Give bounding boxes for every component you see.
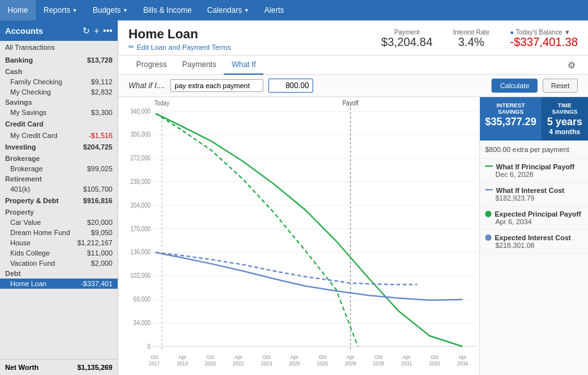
legend-expected-principal: Expected Principal Payoff Apr 6, 2034 (480, 206, 588, 230)
svg-text:2022: 2022 (233, 360, 244, 367)
chart-svg: 340,000 306,000 272,000 238,000 204,000 … (118, 97, 479, 375)
dropdown-arrow-icon: ▼ (564, 29, 570, 36)
budgets-arrow: ▼ (123, 8, 128, 13)
nav-budgets[interactable]: Budgets▼ (85, 0, 135, 20)
reports-arrow: ▼ (72, 8, 77, 13)
time-savings-label: TIME SAVINGS (546, 102, 583, 115)
legend-whatif-principal-title: What If Principal Payoff (496, 163, 575, 171)
payment-value: $3,204.84 (382, 36, 433, 49)
sidebar-item-kids-college[interactable]: Kids College $11,000 (0, 248, 118, 258)
interest-savings-box: INTEREST SAVINGS $35,377.29 (480, 97, 541, 141)
svg-text:340,000: 340,000 (130, 107, 151, 115)
calculate-button[interactable]: Calculate (491, 79, 538, 93)
sidebar-item-brokerage[interactable]: Brokerage $99,025 (0, 164, 118, 174)
calendars-arrow: ▼ (244, 8, 249, 13)
sidebar-item-vacation-fund[interactable]: Vacation Fund $2,000 (0, 258, 118, 268)
whatif-principal-icon (485, 165, 493, 171)
svg-text:2028: 2028 (345, 360, 357, 367)
tab-whatif[interactable]: What If (224, 56, 263, 75)
sidebar-subgroup-cash: Cash (0, 66, 118, 77)
settings-button[interactable]: ⚙ (566, 58, 578, 72)
interest-savings-label: INTEREST SAVINGS (485, 102, 536, 115)
credit-card-label: Credit Card (5, 120, 43, 128)
pencil-icon: ✏ (128, 43, 134, 51)
sidebar-item-my-checking[interactable]: My Checking $2,832 (0, 87, 118, 97)
sidebar-subgroup-debt: Debt (0, 268, 118, 279)
sidebar-footer: Net Worth $1,135,269 (0, 359, 118, 375)
chart-main: 340,000 306,000 272,000 238,000 204,000 … (118, 97, 479, 375)
svg-text:272,000: 272,000 (130, 155, 151, 162)
top-nav: Home Reports▼ Budgets▼ Bills & Income Ca… (0, 0, 588, 20)
refresh-icon[interactable]: ↻ (82, 26, 90, 36)
sidebar-group-investing[interactable]: Investing $204,725 (0, 141, 118, 153)
svg-text:34,000: 34,000 (134, 319, 151, 326)
time-savings-value: 5 years (546, 116, 583, 128)
legend-expected-principal-title: Expected Principal Payoff (495, 210, 581, 218)
tab-progress[interactable]: Progress (128, 56, 174, 75)
sidebar-item-family-checking[interactable]: Family Checking $9,112 (0, 77, 118, 87)
svg-text:170,000: 170,000 (130, 225, 151, 233)
more-icon[interactable]: ••• (103, 26, 112, 36)
svg-text:Today: Today (155, 100, 170, 107)
chart-sidebar: INTEREST SAVINGS $35,377.29 TIME SAVINGS… (479, 97, 588, 375)
svg-text:2031: 2031 (401, 360, 412, 367)
interest-rate-label: Interest Rate (453, 29, 490, 36)
sidebar-group-credit-card[interactable]: Credit Card (0, 118, 118, 130)
add-account-icon[interactable]: + (94, 26, 99, 36)
sidebar-actions: ↻ + ••• (82, 26, 112, 36)
sidebar-item-house[interactable]: House $1,212,167 (0, 238, 118, 248)
nav-calendars[interactable]: Calendars▼ (199, 0, 257, 20)
investing-amount: $204,725 (83, 143, 112, 151)
svg-text:68,000: 68,000 (134, 296, 151, 303)
sidebar-group-banking[interactable]: Banking $13,728 (0, 54, 118, 66)
svg-text:136,000: 136,000 (130, 249, 151, 256)
legend-whatif-principal: What If Principal Payoff Dec 6, 2028 (480, 159, 588, 183)
whatif-select[interactable]: pay extra each payment pay extra once pa… (170, 79, 263, 92)
legend-expected-interest-value: $218,301.08 (485, 241, 583, 249)
sidebar-subgroup-brokerage-header: Brokerage (0, 153, 118, 164)
sidebar: Accounts ↻ + ••• All Transactions Bankin… (0, 20, 118, 375)
svg-text:238,000: 238,000 (130, 178, 151, 185)
legend-whatif-interest: What If Interest Cost $182,923.79 (480, 183, 588, 206)
nav-bills[interactable]: Bills & Income (135, 0, 199, 20)
extra-payment-detail: $800.00 extra per payment (480, 141, 588, 159)
sidebar-item-car-value[interactable]: Car Value $20,000 (0, 217, 118, 227)
savings-header: INTEREST SAVINGS $35,377.29 TIME SAVINGS… (480, 97, 588, 141)
net-worth-value: $1,135,269 (77, 364, 112, 371)
sidebar-group-property-debt[interactable]: Property & Debt $916,816 (0, 194, 118, 207)
tabs: Progress Payments What If ⚙ (118, 56, 588, 75)
reset-button[interactable]: Reset (543, 79, 578, 93)
nav-reports[interactable]: Reports▼ (36, 0, 85, 20)
sidebar-item-my-savings[interactable]: My Savings $3,300 (0, 107, 118, 118)
banking-label: Banking (5, 56, 33, 64)
whatif-amount-input[interactable] (268, 79, 313, 93)
legend-whatif-interest-value: $182,923.79 (485, 194, 583, 202)
chart-area: 340,000 306,000 272,000 238,000 204,000 … (118, 97, 588, 375)
nav-alerts[interactable]: Alerts (257, 0, 292, 20)
expected-interest-dot (485, 234, 491, 241)
legend-expected-interest: Expected Interest Cost $218,301.08 (480, 230, 588, 254)
svg-text:2025: 2025 (289, 360, 300, 367)
nav-home[interactable]: Home (0, 0, 36, 20)
expected-principal-dot (485, 211, 491, 217)
sidebar-subgroup-retirement: Retirement (0, 174, 118, 184)
whatif-toolbar: What if I.... pay extra each payment pay… (118, 75, 588, 97)
sidebar-item-my-credit-card[interactable]: My Credit Card -$1,516 (0, 130, 118, 141)
interest-savings-value: $35,377.29 (485, 116, 536, 128)
all-transactions-item[interactable]: All Transactions (0, 41, 118, 54)
tab-payments[interactable]: Payments (174, 56, 224, 75)
sidebar-item-dream-home-fund[interactable]: Dream Home Fund $9,050 (0, 227, 118, 238)
page-header: Home Loan ✏ Edit Loan and Payment Terms … (118, 20, 588, 56)
legend-whatif-interest-title: What If Interest Cost (496, 187, 564, 194)
sidebar-item-401k[interactable]: 401(k) $105,700 (0, 184, 118, 194)
edit-loan-link[interactable]: ✏ Edit Loan and Payment Terms (128, 43, 231, 51)
sidebar-subgroup-property: Property (0, 207, 118, 217)
whatif-interest-icon (485, 189, 493, 194)
sidebar-item-home-loan[interactable]: Home Loan -$337,401 (0, 279, 118, 289)
whatif-label: What if I.... (128, 81, 165, 90)
banking-amount: $13,728 (87, 56, 112, 64)
svg-text:2020: 2020 (205, 360, 217, 367)
legend-whatif-principal-value: Dec 6, 2028 (485, 171, 583, 178)
svg-text:0: 0 (148, 342, 151, 350)
sidebar-subgroup-savings: Savings (0, 97, 118, 107)
